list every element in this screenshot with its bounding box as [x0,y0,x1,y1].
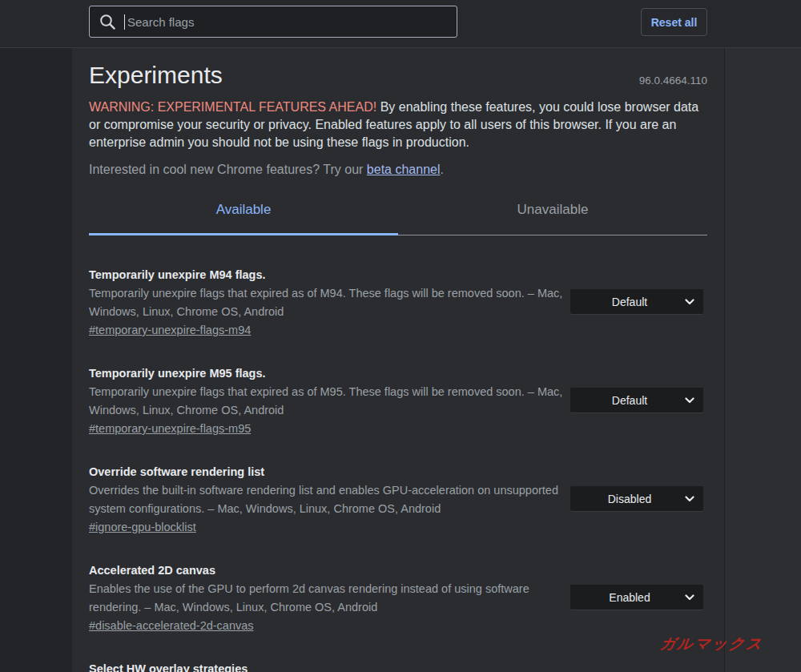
flag-permalink[interactable]: #temporary-unexpire-flags-m95 [89,420,251,438]
flag-title: Accelerated 2D canvas [89,561,707,580]
toolbar: Reset all [0,0,801,48]
content-column: Experiments 96.0.4664.110 WARNING: EXPER… [72,48,725,672]
text-caret [124,14,125,30]
watermark: ガルマックス [658,634,764,654]
beta-promo: Interested in cool new Chrome features? … [89,160,707,179]
reset-all-button[interactable]: Reset all [641,8,707,36]
flag-row: Override software rendering list Overrid… [89,463,707,537]
promo-suffix: . [440,163,443,176]
browser-version: 96.0.4664.110 [639,74,707,91]
flag-select-wrap: Disabled [570,486,703,511]
flag-description: Temporarily unexpire flags that expired … [89,383,566,420]
tab-bar: Available Unavailable [89,202,707,235]
page-left-margin [0,48,72,672]
tab-unavailable[interactable]: Unavailable [398,202,707,235]
flag-list: Temporarily unexpire M94 flags. Temporar… [89,266,707,672]
flag-permalink[interactable]: #ignore-gpu-blocklist [89,518,196,537]
flag-row: Select HW overlay strategies [89,660,707,672]
flag-title: Temporarily unexpire M95 flags. [89,364,707,383]
flag-value-select[interactable]: Enabled [570,585,703,610]
page-title: Experiments [89,60,223,91]
flag-description: Temporarily unexpire flags that expired … [89,284,566,321]
flag-select-wrap: Default [570,289,703,314]
flag-title: Temporarily unexpire M94 flags. [89,266,707,284]
search-icon [99,14,116,30]
flag-value-select[interactable]: Default [570,289,703,314]
flag-permalink[interactable]: #disable-accelerated-2d-canvas [89,617,254,635]
title-row: Experiments 96.0.4664.110 [89,60,707,91]
flag-title: Override software rendering list [89,463,707,481]
flag-row: Temporarily unexpire M95 flags. Temporar… [89,364,707,438]
flag-description: Overrides the built-in software renderin… [89,481,566,518]
flag-description: Enables the use of the GPU to perform 2d… [89,580,566,617]
flag-select-wrap: Default [570,388,703,412]
search-input[interactable] [126,14,447,30]
search-box[interactable] [89,6,457,38]
flag-row: Accelerated 2D canvas Enables the use of… [89,561,707,635]
tab-available[interactable]: Available [89,202,398,235]
beta-channel-link[interactable]: beta channel [367,163,441,176]
flag-select-wrap: Enabled [570,585,703,610]
promo-text: Interested in cool new Chrome features? … [89,163,363,176]
flag-title: Select HW overlay strategies [89,660,707,672]
warning-highlight: WARNING: EXPERIMENTAL FEATURES AHEAD! [89,100,376,114]
experimental-warning: WARNING: EXPERIMENTAL FEATURES AHEAD! By… [89,99,707,151]
flag-value-select[interactable]: Disabled [570,486,703,511]
flag-row: Temporarily unexpire M94 flags. Temporar… [89,266,707,340]
flag-value-select[interactable]: Default [570,388,703,412]
flag-permalink[interactable]: #temporary-unexpire-flags-m94 [89,321,251,340]
